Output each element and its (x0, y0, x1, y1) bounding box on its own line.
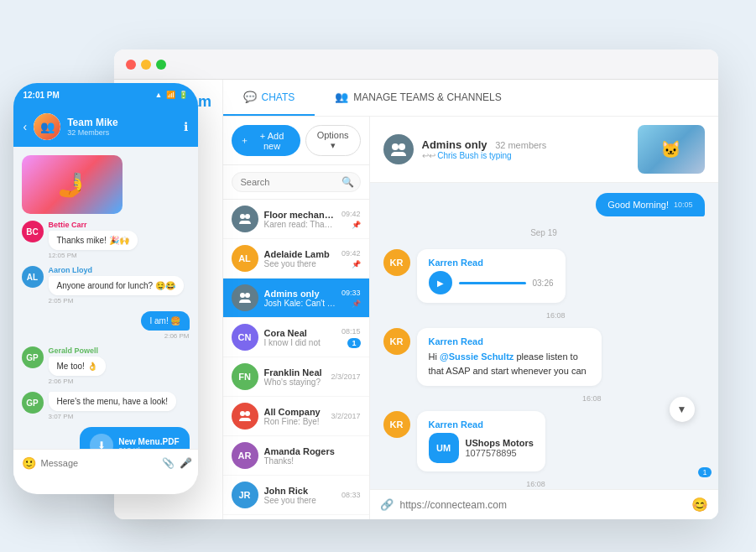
avatar: KR (383, 328, 410, 355)
desktop-window: connecteam Overview (114, 49, 718, 519)
tab-manage-label: MANAGE TEAMS & CHANNELS (353, 91, 501, 103)
group-avatar-icon (238, 291, 252, 305)
audio-progress-bar (459, 282, 526, 284)
group-avatar-icon (238, 409, 252, 423)
phone-member-count: 32 Members (67, 128, 176, 137)
window-titlebar (114, 49, 718, 80)
company-details: UShops Motors 1077578895 (466, 438, 534, 458)
message-bubble: Here's the menu, have a look! (49, 392, 177, 411)
phone-message-gerald1: GP Gerald Powell Me too! 👌 2:06 PM (22, 346, 190, 385)
phone-status-bar: 12:01 PM ▲ 📶 🔋 (13, 83, 198, 107)
chat-item-time: 09:33 (342, 289, 361, 297)
chat-item-preview: Ron Fine: Bye! (264, 417, 326, 426)
incoming-message-text: KR Karren Read Hi @Sussie Schultz please… (383, 328, 705, 403)
chat-item[interactable]: Engineers Josh Kale: Can't think of any … (223, 515, 369, 519)
chat-item[interactable]: AL Adelaide Lamb See you there 09:42 📌 (223, 239, 369, 279)
phone-message-file: ⬇ New Menu.PDF 318 Kb 2:06 PM (22, 427, 190, 449)
info-icon[interactable]: ℹ (184, 120, 188, 133)
chat-header-info: Admins only 32 members ↩↩ Chris Bush is … (422, 138, 629, 160)
avatar: GP (22, 392, 44, 414)
chat-item-name: Franklin Neal (264, 367, 326, 378)
chat-item-info: Admins only Josh Kale: Can't think of an… (264, 289, 336, 308)
mobile-phone: 12:01 PM ▲ 📶 🔋 ‹ 👥 Team Mike 32 Members … (13, 83, 198, 494)
chat-item-time: 09:42 (342, 249, 361, 258)
tab-chats[interactable]: 💬 CHATS (223, 80, 315, 116)
chat-item-meta: 09:42 📌 (342, 210, 361, 229)
chat-item[interactable]: FN Franklin Neal Who's staying? 2/3/2017 (223, 357, 369, 397)
message-info: Bettie Carr Thanks mike! 🎉🙌 12:05 PM (49, 221, 138, 259)
message-sender: Karren Read (429, 336, 590, 346)
chat-item-admins-only[interactable]: Admins only Josh Kale: Can't think of an… (223, 279, 369, 318)
battery-icon: 🔋 (179, 91, 188, 99)
chat-item-info: All Company Ron Fine: Bye! (264, 407, 326, 426)
svg-point-9 (240, 293, 245, 298)
chat-item-name: Admins only (264, 289, 336, 299)
chat-list-header: ＋ + Add new Options ▾ (223, 117, 369, 165)
chat-item-meta: 2/3/2017 (331, 372, 360, 381)
message-text: Good Morning! (607, 200, 669, 210)
chat-item[interactable]: All Company Ron Fine: Bye! 3/2/2017 (223, 397, 369, 436)
phone-header-avatar: 👥 (34, 113, 60, 140)
phone-chat-header: ‹ 👥 Team Mike 32 Members ℹ (13, 107, 198, 147)
add-new-button[interactable]: ＋ + Add new (232, 125, 300, 156)
avatar: GP (22, 346, 44, 368)
pin-icon: 📌 (352, 260, 361, 268)
phone-time: 12:01 PM (23, 91, 60, 100)
chat-item-time: 09:42 (342, 210, 361, 218)
active-chat-name: Admins only 32 members (422, 138, 629, 151)
chat-item[interactable]: JR John Rick See you there 08:33 (223, 476, 369, 515)
message-bubble: Me too! 👌 (49, 357, 106, 376)
plus-icon: ＋ (240, 134, 249, 147)
outgoing-message: Good Morning! 10:05 (383, 193, 705, 216)
message-content: Karren Read UM UShops Motors 1077578895 (417, 411, 545, 488)
chat-items-list: Floor mechanics Karen read: Thanks! 09:4… (223, 200, 369, 519)
phone-message-input[interactable] (41, 458, 157, 468)
message-time: 12:05 PM (49, 252, 138, 259)
chat-item-info: Amanda Rogers Thanks! (264, 446, 355, 466)
company-info: UM UShops Motors 1077578895 (429, 433, 534, 463)
phone-message-outgoing: I am! 🍔 2:06 PM (22, 311, 190, 340)
emoji-icon[interactable]: 😊 (691, 497, 708, 513)
main-content: 💬 CHATS 👥 MANAGE TEAMS & CHANNELS (223, 80, 718, 519)
chat-item[interactable]: CN Cora Neal I know I did not 08:15 1 (223, 318, 369, 357)
message-sender: Karren Read (429, 258, 554, 268)
file-info: New Menu.PDF 318 Kb (118, 437, 179, 450)
pin-icon: 📌 (352, 299, 361, 308)
back-button[interactable]: ‹ (23, 120, 28, 133)
emoji-icon[interactable]: 🙂 (22, 456, 36, 470)
phone-message-gerald2: GP Here's the menu, have a look! 3:07 PM (22, 392, 190, 420)
file-bubble: ⬇ New Menu.PDF 318 Kb (80, 427, 189, 449)
tab-manage[interactable]: 👥 MANAGE TEAMS & CHANNELS (315, 80, 521, 116)
chat-item-meta: 08:33 (342, 491, 361, 499)
chat-input[interactable] (400, 499, 685, 511)
attach-icon[interactable]: 📎 (162, 457, 175, 469)
play-button[interactable]: ▶ (429, 271, 452, 294)
audio-player: ▶ 03:26 (429, 271, 554, 294)
options-button[interactable]: Options ▾ (305, 125, 361, 156)
maximize-button[interactable] (156, 60, 166, 70)
avatar: JR (232, 482, 258, 508)
mic-icon[interactable]: 🎤 (180, 457, 192, 469)
chat-item[interactable]: Floor mechanics Karen read: Thanks! 09:4… (223, 200, 369, 239)
message-time: 16:08 (417, 311, 566, 320)
message-sender-name: Gerald Powell (49, 346, 106, 355)
file-name: New Menu.PDF (118, 437, 179, 446)
company-card: Karren Read UM UShops Motors 1077578895 (417, 411, 545, 471)
scroll-down-button[interactable]: ▼ (670, 397, 695, 422)
chat-item[interactable]: AR Amanda Rogers Thanks! (223, 436, 369, 476)
close-button[interactable] (126, 60, 136, 70)
svg-point-7 (240, 214, 245, 219)
svg-point-8 (245, 214, 250, 219)
avatar: KR (383, 249, 410, 276)
file-download-icon: ⬇ (90, 434, 113, 449)
company-phone: 1077578895 (466, 448, 534, 458)
chat-item-time: 3/2/2017 (331, 412, 360, 420)
svg-point-15 (392, 143, 399, 150)
message-time: 3:07 PM (49, 413, 177, 420)
group-avatar-icon (238, 212, 252, 226)
company-avatar: UM (429, 433, 459, 463)
avatar: AR (232, 442, 258, 469)
phone-message-bettie: BC Bettie Carr Thanks mike! 🎉🙌 12:05 PM (22, 221, 190, 259)
chat-list: ＋ + Add new Options ▾ 🔍 (223, 117, 370, 519)
minimize-button[interactable] (141, 60, 151, 70)
